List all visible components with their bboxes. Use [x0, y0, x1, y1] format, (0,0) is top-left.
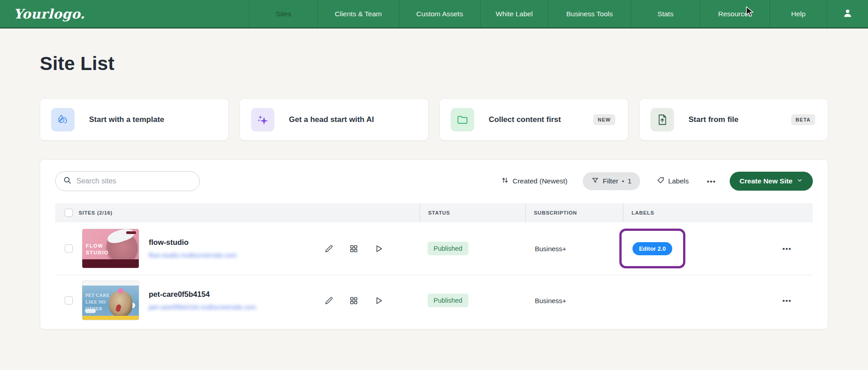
card-label: Collect content first: [489, 115, 561, 124]
labels-cell: Editor 2.0 •••: [623, 222, 813, 275]
editor-2-0-label-badge[interactable]: Editor 2.0: [632, 242, 672, 255]
sites-panel: Created (Newest) Filter • 1: [40, 159, 828, 329]
row-actions: [324, 295, 383, 305]
preview-play-icon[interactable]: [373, 244, 383, 253]
sites-table-header: SITES (2/16) STATUS SUBSCRIPTION LABELS: [55, 203, 813, 222]
nav-item-help[interactable]: Help: [769, 0, 827, 28]
file-upload-icon: [651, 108, 674, 131]
filter-label: Filter: [603, 177, 618, 185]
labels-cell: •••: [623, 275, 813, 326]
nav-item-custom-assets[interactable]: Custom Assets: [399, 0, 480, 28]
preview-play-icon[interactable]: [373, 295, 383, 305]
row-actions: [324, 244, 383, 253]
status-cell: Published: [420, 242, 525, 255]
new-badge: NEW: [593, 114, 615, 125]
create-new-site-label: Create New Site: [740, 177, 793, 185]
sites-toolbar: Created (Newest) Filter • 1: [55, 160, 813, 191]
nav-item-clients-team[interactable]: Clients & Team: [317, 0, 399, 28]
site-meta: pet-care0f5b4154 pet-care0f5b4154.multis…: [149, 290, 256, 311]
search-icon: [63, 176, 72, 187]
brand-logo[interactable]: Yourlogo.: [14, 6, 85, 22]
select-all-checkbox[interactable]: [65, 209, 73, 217]
start-with-template-card[interactable]: Start with a template: [40, 98, 229, 141]
dashboard-grid-icon[interactable]: [349, 295, 359, 305]
subscription-cell: Business+: [525, 245, 623, 253]
status-header: STATUS: [420, 203, 525, 222]
edit-pencil-icon[interactable]: [324, 244, 334, 253]
row-checkbox[interactable]: [65, 244, 73, 253]
site-cell: FLOW STUDIO flow-studio flow-studio.mult…: [55, 222, 420, 275]
labels-header: LABELS: [623, 203, 813, 222]
site-thumbnail[interactable]: PET CARE LIKE NO OTHER: [82, 281, 139, 320]
site-thumbnail[interactable]: FLOW STUDIO: [82, 229, 139, 268]
nav-item-resources[interactable]: Resources: [700, 0, 769, 28]
table-row-pet-care: PET CARE LIKE NO OTHER pet-care0f5b4154 …: [55, 275, 813, 326]
site-cell: PET CARE LIKE NO OTHER pet-care0f5b4154 …: [55, 275, 420, 326]
top-nav: Yourlogo. Sites Clients & Team Custom As…: [0, 0, 868, 28]
beta-badge: BETA: [791, 114, 815, 125]
search-sites-input[interactable]: [76, 177, 192, 185]
nav-item-stats[interactable]: Stats: [631, 0, 700, 28]
ai-sparkles-icon: [251, 108, 274, 131]
nav-item-sites[interactable]: Sites: [249, 0, 317, 28]
account-menu-button[interactable]: [827, 0, 868, 28]
labels-button[interactable]: Labels: [656, 176, 689, 186]
subscription-header: SUBSCRIPTION: [525, 203, 623, 222]
site-url-blurred[interactable]: pet-care0f5b4154.multiscreensite.com: [149, 304, 256, 311]
ai-head-start-card[interactable]: Get a head start with AI: [240, 98, 429, 141]
nav-item-white-label[interactable]: White Label: [480, 0, 548, 28]
folder-icon: [451, 108, 474, 131]
collect-content-card[interactable]: Collect content first NEW: [439, 98, 628, 141]
filter-funnel-icon: [591, 177, 599, 186]
toolbar-controls: Created (Newest) Filter • 1: [501, 172, 813, 191]
nav-item-business-tools[interactable]: Business Tools: [548, 0, 631, 28]
card-label: Start with a template: [89, 115, 164, 124]
filter-button[interactable]: Filter • 1: [583, 172, 640, 190]
status-badge: Published: [428, 294, 468, 307]
subscription-cell: Business+: [525, 297, 623, 304]
nav-menu: Sites Clients & Team Custom Assets White…: [249, 0, 868, 28]
create-new-site-button[interactable]: Create New Site: [730, 172, 813, 191]
toolbar-more-button[interactable]: •••: [707, 178, 716, 185]
filter-separator: •: [622, 178, 624, 185]
edit-pencil-icon[interactable]: [324, 295, 334, 305]
sites-count-header: SITES (2/16): [79, 210, 113, 215]
card-label: Get a head start with AI: [289, 115, 374, 124]
purple-highlight-annotation: Editor 2.0: [619, 229, 685, 268]
sort-label: Created (Newest): [513, 177, 567, 185]
filter-count: 1: [627, 177, 632, 185]
row-more-button[interactable]: •••: [783, 245, 792, 253]
sort-arrows-icon: [501, 176, 509, 186]
site-url-blurred[interactable]: flow-studio.multiscreensite.com: [149, 252, 237, 259]
user-icon: [842, 8, 853, 20]
tag-icon: [656, 176, 665, 186]
template-droplets-icon: [51, 108, 75, 131]
site-list-page: Site List Start with a template Get: [0, 53, 868, 329]
quick-start-cards: Start with a template Get a head start w…: [40, 98, 828, 141]
chevron-down-icon: [797, 177, 803, 185]
header-sites-cell: SITES (2/16): [55, 203, 420, 222]
status-badge: Published: [428, 242, 468, 255]
dashboard-grid-icon[interactable]: [349, 244, 359, 253]
site-meta: flow-studio flow-studio.multiscreensite.…: [149, 238, 237, 259]
page-title: Site List: [40, 53, 828, 75]
status-cell: Published: [420, 294, 525, 307]
row-checkbox[interactable]: [65, 296, 73, 304]
start-from-file-card[interactable]: Start from file BETA: [639, 98, 828, 141]
site-name[interactable]: pet-care0f5b4154: [149, 290, 256, 299]
labels-label: Labels: [668, 177, 689, 185]
search-sites-box[interactable]: [55, 171, 200, 191]
table-row-flow-studio: FLOW STUDIO flow-studio flow-studio.mult…: [55, 222, 813, 275]
sort-control[interactable]: Created (Newest): [501, 176, 567, 186]
card-label: Start from file: [689, 115, 739, 124]
row-more-button[interactable]: •••: [783, 297, 792, 304]
site-name[interactable]: flow-studio: [149, 238, 237, 247]
